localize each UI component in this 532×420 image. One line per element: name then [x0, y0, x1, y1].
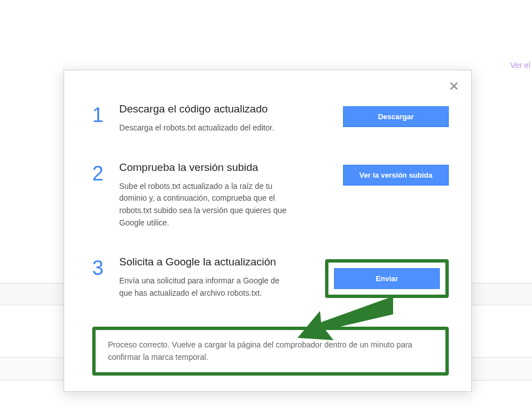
step-title: Solicita a Google la actualización — [119, 256, 309, 268]
highlight-box-status: Proceso correcto. Vuelve a cargar la pág… — [92, 327, 449, 376]
status-message: Proceso correcto. Vuelve a cargar la pág… — [108, 339, 433, 363]
download-button[interactable]: Descargar — [343, 106, 449, 127]
step-1: 1 Descarga el código actualizado Descarg… — [92, 103, 449, 134]
step-description: Envía una solicitud para informar a Goog… — [119, 275, 294, 299]
background-link[interactable]: Ver el — [510, 61, 530, 70]
step-number: 1 — [92, 105, 109, 125]
view-uploaded-button[interactable]: Ver la versión subida — [343, 165, 449, 186]
highlight-box-submit: Enviar — [325, 259, 449, 298]
step-title: Comprueba la versión subida — [119, 161, 321, 174]
submit-button[interactable]: Enviar — [334, 268, 440, 289]
step-2: 2 Comprueba la versión subida Sube el ro… — [92, 161, 449, 229]
step-description: Sube el robots.txt actualizado a la raíz… — [119, 180, 294, 229]
step-title: Descarga el código actualizado — [119, 103, 321, 115]
close-icon[interactable]: ✕ — [449, 80, 459, 93]
step-number: 2 — [92, 164, 109, 184]
submit-robots-modal: ✕ 1 Descarga el código actualizado Desca… — [64, 70, 472, 392]
step-number: 3 — [92, 258, 109, 278]
step-description: Descarga el robots.txt actualizado del e… — [119, 122, 294, 134]
step-3: 3 Solicita a Google la actualización Env… — [92, 256, 449, 299]
